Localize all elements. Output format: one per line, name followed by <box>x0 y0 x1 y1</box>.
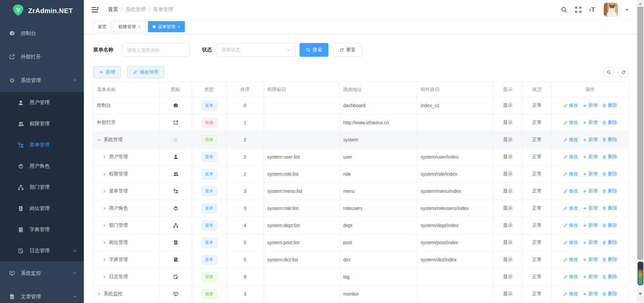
sidebar-fold-icon[interactable] <box>91 6 99 13</box>
sidebar-item-org-tree[interactable]: 部门管理 <box>0 177 84 198</box>
add-link[interactable]: 新增 <box>583 222 598 228</box>
edit-link[interactable]: 修改 <box>563 137 578 143</box>
add-link[interactable]: 新增 <box>583 188 598 194</box>
sidebar-item-user-role[interactable]: 用户角色 <box>0 156 84 177</box>
sort-cell: 2 <box>226 148 264 165</box>
menu-name-input[interactable] <box>122 43 190 57</box>
tree-expand-icon[interactable] <box>102 258 107 262</box>
fullscreen-icon[interactable] <box>575 6 582 13</box>
tree-expand-icon[interactable] <box>102 206 107 211</box>
scrollbar-thumb[interactable] <box>637 7 643 260</box>
tree-collapse-icon[interactable] <box>97 138 101 142</box>
external-link-icon <box>9 53 15 60</box>
delete-link[interactable]: 删除 <box>602 171 617 177</box>
add-link[interactable]: 新增 <box>583 102 598 109</box>
edit-link[interactable]: 修改 <box>563 120 578 126</box>
tab-close-icon[interactable]: × <box>138 24 141 29</box>
sidebar-item-dashboard[interactable]: 控制台 <box>0 21 84 45</box>
route-cell: post <box>340 234 417 251</box>
sidebar-item-post-badge[interactable]: 岗位管理 <box>0 198 84 219</box>
sidebar-item-menu-tree[interactable]: 菜单管理 <box>0 134 84 156</box>
avatar[interactable] <box>604 3 618 17</box>
add-link[interactable]: 新增 <box>583 257 598 263</box>
menu-name: 字典管理 <box>109 257 128 263</box>
table-row: 控制台菜单0dashboardindex_v1显示正常修改新增删除 <box>94 97 629 114</box>
tree-expand-icon[interactable] <box>102 223 107 228</box>
edit-link[interactable]: 修改 <box>563 154 578 160</box>
tree-expand-icon[interactable] <box>102 275 107 279</box>
edit-link[interactable]: 修改 <box>563 205 578 211</box>
page-scrollbar[interactable] <box>637 0 644 303</box>
table-search-toggle-icon[interactable] <box>603 67 614 78</box>
scroll-up-icon[interactable] <box>637 1 644 6</box>
org-tree-icon <box>17 184 24 191</box>
menu-name-cell: 系统监控 <box>94 286 159 302</box>
menu-name: 菜单管理 <box>109 188 128 194</box>
brand-logo[interactable]: V ZrAdmin.NET <box>0 0 84 21</box>
delete-link[interactable]: 删除 <box>602 274 617 280</box>
add-link[interactable]: 新增 <box>583 137 598 143</box>
delete-link[interactable]: 删除 <box>602 120 617 126</box>
tab-权限管理[interactable]: 权限管理× <box>114 21 146 32</box>
edit-link[interactable]: 修改 <box>563 274 578 280</box>
font-size-icon[interactable]: TT <box>589 6 595 13</box>
perm-cell: system:role:list <box>264 200 340 217</box>
edit-link[interactable]: 修改 <box>563 257 578 263</box>
sidebar-item-user[interactable]: 用户管理 <box>0 92 84 113</box>
delete-link[interactable]: 删除 <box>602 205 617 211</box>
sidebar-item-log[interactable]: 日志管理 <box>0 240 84 261</box>
plus-icon <box>583 258 587 262</box>
sidebar-item-users[interactable]: 权限管理 <box>0 113 84 134</box>
delete-link[interactable]: 删除 <box>602 257 617 263</box>
table-refresh-icon[interactable] <box>618 67 629 78</box>
tree-expand-icon[interactable] <box>102 241 107 245</box>
edit-link[interactable]: 修改 <box>563 188 578 194</box>
search-button[interactable]: 搜索 <box>300 43 328 57</box>
add-link[interactable]: 新增 <box>583 171 598 177</box>
tree-expand-icon[interactable] <box>102 172 107 176</box>
edit-link[interactable]: 修改 <box>563 222 578 228</box>
monitor-icon <box>9 270 15 276</box>
type-cell: 目录 <box>192 268 226 285</box>
plus-icon <box>99 70 104 75</box>
add-link[interactable]: 新增 <box>583 120 598 126</box>
edit-sort-button[interactable]: 修改排序 <box>127 66 164 78</box>
add-link[interactable]: 新增 <box>583 154 598 160</box>
route-cell: monitor <box>340 286 417 302</box>
visible-cell: 显示 <box>493 131 523 148</box>
delete-link[interactable]: 删除 <box>602 154 617 160</box>
add-link[interactable]: 新增 <box>583 291 598 297</box>
sidebar-item-dictionary[interactable]: 字典管理 <box>0 219 84 240</box>
add-link[interactable]: 新增 <box>583 274 598 280</box>
delete-link[interactable]: 删除 <box>602 188 617 194</box>
status-select[interactable]: 菜单状态 <box>217 43 296 57</box>
add-link[interactable]: 新增 <box>583 240 598 246</box>
sidebar-item-external-link[interactable]: 外部打开 <box>0 45 84 69</box>
tab-首页[interactable]: 首页 <box>93 21 111 32</box>
tree-expand-icon[interactable] <box>102 189 107 193</box>
edit-link[interactable]: 修改 <box>563 240 578 246</box>
edit-link[interactable]: 修改 <box>563 102 578 109</box>
delete-link[interactable]: 删除 <box>602 102 617 109</box>
delete-link[interactable]: 删除 <box>602 137 617 143</box>
sidebar-item-monitor[interactable]: 系统监控 <box>0 261 84 285</box>
tree-expand-icon[interactable] <box>102 155 107 159</box>
delete-link[interactable]: 删除 <box>602 240 617 246</box>
add-button[interactable]: 新增 <box>93 66 121 78</box>
reset-button[interactable]: 重置 <box>333 43 362 57</box>
breadcrumb-item[interactable]: 首页 <box>108 6 118 13</box>
add-link[interactable]: 新增 <box>583 205 598 211</box>
search-icon[interactable] <box>561 6 568 13</box>
edit-link[interactable]: 修改 <box>563 291 578 297</box>
delete-link[interactable]: 删除 <box>602 222 617 228</box>
tree-expand-icon[interactable] <box>97 292 101 296</box>
sidebar-item-document[interactable]: 文章管理 <box>0 285 84 303</box>
tab-菜单管理[interactable]: 菜单管理× <box>148 21 185 32</box>
edit-link[interactable]: 修改 <box>563 171 578 177</box>
avatar-caret-icon[interactable] <box>625 9 629 12</box>
tab-close-icon[interactable]: × <box>178 24 180 29</box>
plus-icon <box>583 138 587 142</box>
scroll-down-icon[interactable] <box>637 292 644 297</box>
delete-link[interactable]: 删除 <box>602 291 617 297</box>
sidebar-item-gear[interactable]: ⚙系统管理 <box>0 69 84 92</box>
